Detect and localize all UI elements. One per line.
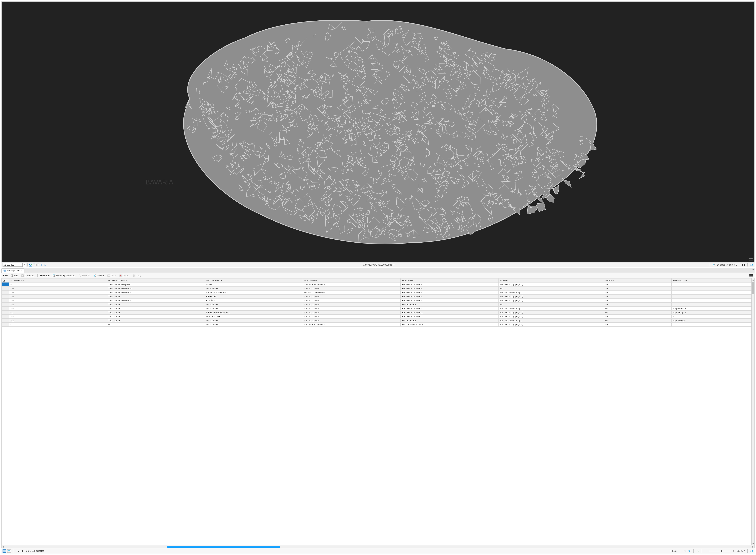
show-selected-records-button[interactable] xyxy=(7,549,11,553)
cell[interactable]: not available xyxy=(205,318,303,323)
scale-dropdown[interactable] xyxy=(23,263,26,267)
row-handle[interactable] xyxy=(2,287,9,291)
cell[interactable]: Luboměř 2018 xyxy=(205,314,303,318)
zoom-out-button[interactable]: − xyxy=(704,549,708,553)
vertical-scrollbar-thumb[interactable] xyxy=(752,282,754,294)
table-row[interactable]: YesYes - namesKrhovjané I.No - no comite… xyxy=(2,295,754,299)
cell[interactable]: Yes - static (jpg,pdf,etc.) xyxy=(498,323,604,327)
cell[interactable] xyxy=(672,323,754,327)
column-header[interactable]: W_MAP xyxy=(498,279,604,283)
column-header[interactable]: W_INFO_COUNCIL xyxy=(107,279,205,283)
cell[interactable]: Yes - digital (webmap... xyxy=(498,318,604,323)
cell[interactable]: Yes - static (jpg,pdf,etc.) xyxy=(498,283,604,287)
cell[interactable]: Yes - digital (webmap... xyxy=(498,307,604,310)
zoom-dropdown-icon[interactable] xyxy=(744,550,745,551)
cell[interactable]: No xyxy=(604,303,671,307)
cell[interactable]: Yes - names xyxy=(107,314,205,318)
selected-features-icon[interactable] xyxy=(712,263,716,267)
table-row[interactable]: YesYes - names and contactRODÁCINo - no … xyxy=(2,299,754,303)
cell[interactable]: No - information not a... xyxy=(303,283,401,287)
snapping-icon[interactable] xyxy=(40,263,43,267)
cell[interactable]: Sdružení nezávislých k... xyxy=(205,310,303,314)
cell[interactable]: Yes - static (jpg,pdf,etc.) xyxy=(498,310,604,314)
cell[interactable]: Yes - names xyxy=(107,310,205,314)
tab-overflow-icon[interactable] xyxy=(752,269,754,270)
cell[interactable]: Yes - names and politi... xyxy=(107,283,205,287)
corner-handle[interactable]: ◢ xyxy=(2,279,9,283)
cell[interactable]: No - no comitee xyxy=(303,303,401,307)
cell[interactable]: Yes - list of board me... xyxy=(401,299,499,303)
table-row[interactable]: YesYes - names and contactnot availableN… xyxy=(2,287,754,291)
row-handle[interactable] xyxy=(2,323,9,327)
cell[interactable]: not available xyxy=(205,287,303,291)
cell[interactable]: Krhovjané I. xyxy=(205,295,303,299)
cell[interactable]: Yes xyxy=(9,318,107,323)
basemap-icon[interactable] xyxy=(749,258,753,261)
cell[interactable]: No - no boards xyxy=(401,303,499,307)
cell[interactable]: Yes - names and contact xyxy=(107,291,205,295)
zoom-in-button[interactable]: + xyxy=(732,549,736,553)
cell[interactable]: No xyxy=(9,323,107,327)
row-handle[interactable] xyxy=(2,291,9,295)
cell[interactable]: No - no comitee xyxy=(303,295,401,299)
row-handle[interactable] xyxy=(2,314,9,318)
next-record-button[interactable]: ▸❙ xyxy=(20,549,24,553)
cell[interactable]: Yes - names xyxy=(107,295,205,299)
cell[interactable]: not available xyxy=(205,323,303,327)
column-header[interactable]: MAYOR_PARTY xyxy=(205,279,303,283)
cell[interactable]: RODÁCI xyxy=(205,299,303,303)
cell[interactable]: No xyxy=(604,287,671,291)
cell[interactable] xyxy=(672,287,754,291)
cell[interactable]: No xyxy=(9,283,107,287)
column-header[interactable]: W_COMITEE xyxy=(303,279,401,283)
cell[interactable]: No - no comitee xyxy=(303,307,401,310)
north-arrow-icon[interactable]: N xyxy=(43,263,47,267)
cell[interactable]: No - information not a... xyxy=(401,323,499,327)
cell[interactable]: No - no boards xyxy=(401,318,499,323)
first-record-button[interactable]: ❙◂ xyxy=(15,549,19,553)
row-handle[interactable] xyxy=(2,310,9,314)
cell[interactable]: Yes - list of board me... xyxy=(401,295,499,299)
cell[interactable]: No xyxy=(604,323,671,327)
cell[interactable]: Yes - list of board me... xyxy=(401,307,499,310)
table-row[interactable]: YesYes - namesnot availableNo - no comit… xyxy=(2,318,754,323)
cell[interactable] xyxy=(672,303,754,307)
cell[interactable]: Yes - digital (webmap... xyxy=(498,291,604,295)
cell[interactable]: not available xyxy=(205,303,303,307)
show-all-records-button[interactable] xyxy=(3,549,6,553)
cell[interactable]: Yes - names and contact xyxy=(107,299,205,303)
cell[interactable]: No - information not a... xyxy=(303,323,401,327)
cell[interactable]: Yes - list of board me... xyxy=(401,291,499,295)
cell[interactable]: Yes xyxy=(9,287,107,291)
cell[interactable]: Yes xyxy=(9,303,107,307)
row-handle[interactable] xyxy=(2,307,9,310)
cell[interactable]: https://maps.c xyxy=(672,310,754,314)
cell[interactable]: ne xyxy=(672,314,754,318)
map-viewport[interactable]: BAVARIA placeholder xyxy=(1,1,755,262)
cell[interactable]: No xyxy=(9,310,107,314)
cell[interactable]: Yes - names and contact xyxy=(107,287,205,291)
tab-municipalities[interactable]: municipalities ✕ xyxy=(1,268,25,273)
vertical-scrollbar[interactable]: ▴ ▾ xyxy=(751,278,754,545)
close-icon[interactable]: ✕ xyxy=(21,269,23,272)
cell[interactable]: No xyxy=(604,299,671,303)
table-row[interactable]: NoNonot availableNo - information not a.… xyxy=(2,323,754,327)
table-row[interactable]: NoYes - names and politi...STANNo - info… xyxy=(2,283,754,287)
cell[interactable]: STAN xyxy=(205,283,303,287)
cell[interactable] xyxy=(672,295,754,299)
row-handle[interactable] xyxy=(2,295,9,299)
sort-icon[interactable] xyxy=(696,549,700,553)
cell[interactable] xyxy=(672,291,754,295)
filter-funnel-icon[interactable] xyxy=(687,549,691,553)
row-handle[interactable] xyxy=(2,299,9,303)
cell[interactable]: Yes xyxy=(604,310,671,314)
horizontal-scrollbar[interactable]: ◂ ▸ xyxy=(2,545,754,548)
cell[interactable]: No xyxy=(604,283,671,287)
cell[interactable] xyxy=(672,299,754,303)
cell[interactable]: No - no comitee xyxy=(303,310,401,314)
cell[interactable]: Společně a otevřeně p... xyxy=(205,291,303,295)
filter-extent-icon[interactable] xyxy=(678,549,682,553)
zoom-slider[interactable] xyxy=(709,551,731,551)
cell[interactable]: doupovske-hr xyxy=(672,307,754,310)
cell[interactable]: No - no comitee xyxy=(303,287,401,291)
